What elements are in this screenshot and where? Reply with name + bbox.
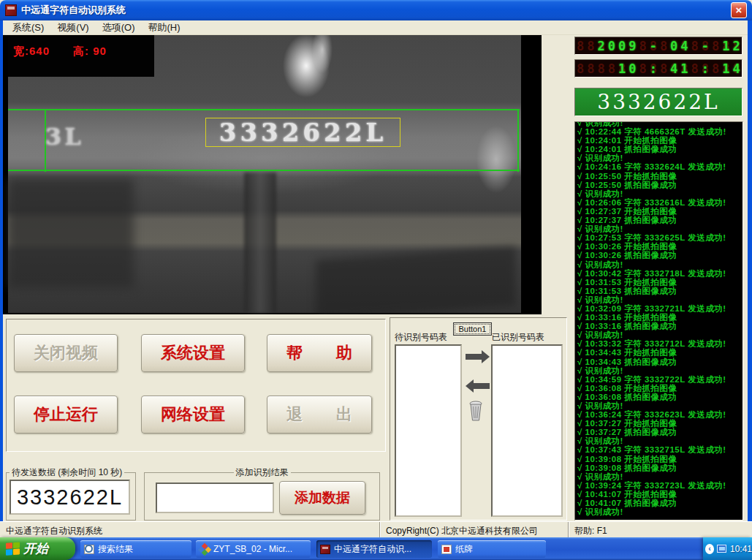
menu-item[interactable]: 选项(O) xyxy=(96,20,142,36)
status-help: 帮助: F1 xyxy=(569,522,752,537)
recognized-number-value: 3332622L xyxy=(597,90,719,114)
pending-data-legend: 待发送数据 (剩余时间 10 秒) xyxy=(10,466,124,479)
menu-bar: 系统(S)视频(V)选项(O)帮助(H) xyxy=(3,20,748,35)
detection-band-top-line xyxy=(8,109,520,110)
log-line: √ 10:36:08 开始抓拍图像 xyxy=(577,384,742,393)
led-time-value: 10 : 41 : 14 xyxy=(577,61,742,76)
move-right-arrow-icon[interactable] xyxy=(466,354,482,360)
start-button[interactable]: 开始 xyxy=(0,537,75,560)
log-line: √ 10:31:53 开始抓拍图像 xyxy=(577,278,742,287)
pending-data-value: 3332622L xyxy=(10,480,130,515)
add-result-legend: 添加识别结果 xyxy=(234,466,291,479)
log-line: √ 识别成功! xyxy=(577,436,742,445)
taskbar-task-zyt-sb-02[interactable]: ZYT_SB_02 - Micr... xyxy=(196,540,311,558)
task-label: 中远通字符自动识... xyxy=(334,543,411,556)
window-title: 中远通字符自动识别系统 xyxy=(21,4,126,17)
recognized-number-display: 3332622L xyxy=(574,88,742,116)
recognized-list-label: 已识别号码表 xyxy=(492,331,544,344)
menu-item[interactable]: 帮助(H) xyxy=(141,20,186,36)
recognized-numbers-list[interactable] xyxy=(491,344,563,517)
button1[interactable]: Button1 xyxy=(453,322,492,336)
help-button[interactable]: 帮 助 xyxy=(267,334,372,372)
taskbar: 开始 搜索结果 ZYT_SB_02 - Micr... 中远通字符自动识... … xyxy=(0,537,752,560)
start-label: 开始 xyxy=(23,540,48,557)
network-tray-icon[interactable] xyxy=(717,545,726,553)
task-label: ZYT_SB_02 - Micr... xyxy=(213,544,292,554)
add-data-button[interactable]: 添加数据 xyxy=(279,481,365,515)
taskbar-task-search-results[interactable]: 搜索结果 xyxy=(80,540,191,558)
partial-wagon-number: 3L xyxy=(45,123,84,151)
log-line: √ 10:37:27 抓拍图像成功 xyxy=(577,428,742,436)
close-video-button[interactable]: 关闭视频 xyxy=(14,334,118,372)
log-line: √ 识别成功! xyxy=(577,366,742,375)
log-line: √ 10:30:26 开始抓拍图像 xyxy=(577,242,742,251)
close-button[interactable]: × xyxy=(731,2,747,18)
log-line: √ 10:41:07 抓拍图像成功 xyxy=(577,499,742,507)
log-line: √ 10:27:37 开始抓拍图像 xyxy=(577,207,742,216)
log-line: √ 10:39:08 抓拍图像成功 xyxy=(577,463,742,472)
plate-detection-box: 3332622L xyxy=(205,118,400,147)
video-width-label: 宽:640 xyxy=(13,45,50,58)
video-height-label: 高: 90 xyxy=(73,45,107,58)
system-settings-button[interactable]: 系统设置 xyxy=(141,334,245,372)
log-line: √ 10:33:16 抓拍图像成功 xyxy=(577,322,742,330)
log-line: √ 10:24:01 开始抓拍图像 xyxy=(577,136,742,145)
add-result-input[interactable] xyxy=(156,483,274,513)
detection-band-bottom-line xyxy=(8,170,520,171)
recognition-log-lines: √ 识别成功!√ 10:22:44 字符 4666326T 发送成功!√ 10:… xyxy=(577,121,742,516)
pending-list-label: 待识别号码表 xyxy=(395,331,447,344)
recognition-app-icon xyxy=(320,545,330,554)
taskbar-task-recognition-app[interactable]: 中远通字符自动识... xyxy=(316,540,432,558)
log-line: √ 10:33:32 字符 3332712L 发送成功! xyxy=(577,339,742,348)
hide-icons-chevron-icon[interactable]: ‹ xyxy=(705,544,714,554)
menu-item[interactable]: 视频(V) xyxy=(50,20,95,36)
windows-logo-icon xyxy=(6,542,20,556)
status-bar: 中远通字符自动识别系统 CopyRight(C) 北京中远通科技有限公司 帮助:… xyxy=(0,521,752,537)
log-line: √ 10:30:42 字符 3332718L 发送成功! xyxy=(577,269,742,278)
log-line: √ 10:24:16 字符 3332624L 发送成功! xyxy=(577,162,742,171)
close-video-label: 关闭视频 xyxy=(34,342,98,364)
video-post xyxy=(244,173,276,313)
led-date-display: 8888888888888888 2009 - 04 - 12 xyxy=(574,37,742,55)
detection-band-right-line xyxy=(517,110,519,172)
log-line: √ 识别成功! xyxy=(577,154,742,162)
log-line: √ 10:26:06 字符 3332616L 发送成功! xyxy=(577,198,742,207)
control-buttons-panel: 关闭视频 系统设置 帮 助 停止运行 网络设置 退 出 xyxy=(6,319,386,452)
recognition-log[interactable]: √ 识别成功!√ 10:22:44 字符 4666326T 发送成功!√ 10:… xyxy=(574,121,743,521)
stop-run-label: 停止运行 xyxy=(34,404,98,425)
log-line: √ 10:39:08 开始抓拍图像 xyxy=(577,455,742,463)
log-line: √ 10:30:26 抓拍图像成功 xyxy=(577,251,742,260)
log-line: √ 10:36:08 抓拍图像成功 xyxy=(577,393,742,401)
number-lists-panel: 待识别号码表 Button1 已识别号码表 xyxy=(390,317,567,521)
log-line: √ 10:27:53 字符 3332625L 发送成功! xyxy=(577,233,742,242)
exit-button[interactable]: 退 出 xyxy=(267,396,372,434)
log-line: √ 10:33:16 开始抓拍图像 xyxy=(577,313,742,322)
pending-numbers-list[interactable] xyxy=(395,344,462,517)
log-line: √ 识别成功! xyxy=(577,224,742,233)
log-line: √ 10:37:43 字符 3332715L 发送成功! xyxy=(577,445,742,454)
log-line: √ 10:31:53 抓拍图像成功 xyxy=(577,287,742,295)
taskbar-task-solitaire[interactable]: 纸牌 xyxy=(438,540,546,558)
log-line: √ 识别成功! xyxy=(577,260,742,269)
log-line: √ 10:34:43 开始抓拍图像 xyxy=(577,348,742,357)
network-settings-label: 网络设置 xyxy=(161,404,225,425)
trash-icon[interactable] xyxy=(468,400,483,422)
log-line: √ 10:25:50 抓拍图像成功 xyxy=(577,181,742,189)
move-left-arrow-icon[interactable] xyxy=(474,383,490,389)
menu-item[interactable]: 系统(S) xyxy=(6,20,50,36)
log-line: √ 10:34:59 字符 3332722L 发送成功! xyxy=(577,375,742,384)
exit-label: 退 出 xyxy=(286,404,352,425)
log-line: √ 识别成功! xyxy=(577,295,742,304)
visual-studio-icon xyxy=(200,545,210,554)
title-bar: 中远通字符自动识别系统 × xyxy=(0,0,752,20)
stop-run-button[interactable]: 停止运行 xyxy=(14,396,118,434)
system-tray: ‹ 10:41 xyxy=(703,537,752,560)
log-line: √ 10:41:07 开始抓拍图像 xyxy=(577,490,742,499)
log-line: √ 识别成功! xyxy=(577,401,742,410)
network-settings-button[interactable]: 网络设置 xyxy=(141,396,245,434)
status-copyright: CopyRight(C) 北京中远通科技有限公司 xyxy=(380,522,569,537)
log-line: √ 识别成功! xyxy=(577,121,742,127)
log-line: √ 识别成功! xyxy=(577,189,742,198)
log-line: √ 识别成功! xyxy=(577,330,742,339)
log-line: √ 10:36:24 字符 3332623L 发送成功! xyxy=(577,410,742,419)
